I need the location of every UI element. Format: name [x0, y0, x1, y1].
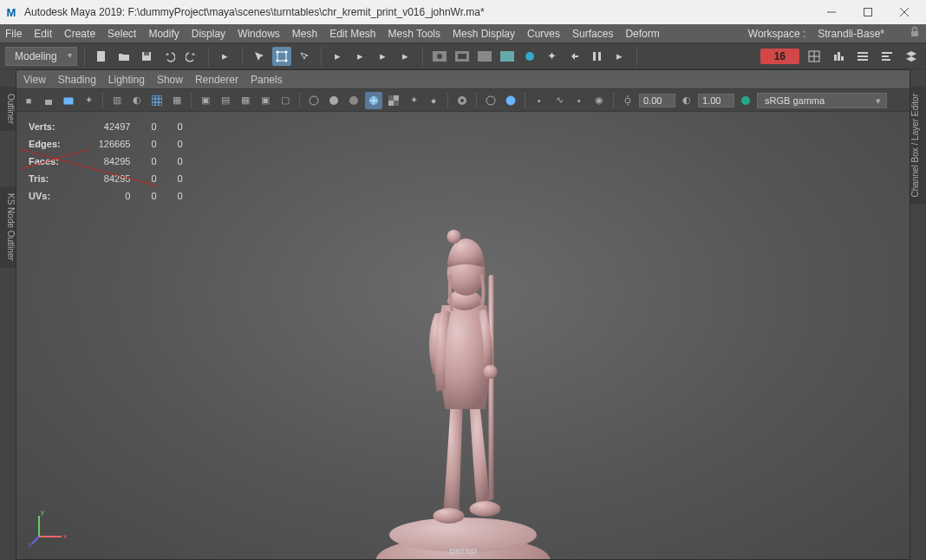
toggle-tool-settings-icon[interactable] — [829, 47, 848, 66]
snap-point-icon[interactable]: ▸ — [374, 47, 393, 66]
svg-rect-26 — [858, 55, 868, 57]
gate-mask-icon[interactable]: ▤ — [217, 92, 234, 109]
camera-attributes-icon[interactable] — [60, 92, 77, 109]
light-editor-icon[interactable]: ✦ — [543, 47, 562, 66]
hypershade-icon[interactable] — [520, 47, 539, 66]
select-tool-icon[interactable] — [295, 47, 314, 66]
status-toolbar: Modeling ▸ ▸ ▸ ▸ ▸ ✦ ▸ 16 — [0, 43, 926, 69]
gamma-icon[interactable]: ◐ — [678, 92, 695, 109]
motion-blur-icon[interactable]: ∿ — [551, 92, 568, 109]
menu-modify[interactable]: Modify — [148, 28, 179, 40]
lock-icon[interactable] — [909, 26, 921, 41]
snap-curve-icon[interactable]: ▸ — [351, 47, 370, 66]
select-camera-icon[interactable]: ■ — [20, 92, 37, 109]
panel-menu-show[interactable]: Show — [157, 74, 183, 86]
menu-surfaces[interactable]: Surfaces — [572, 28, 613, 40]
undo-icon[interactable] — [160, 47, 179, 66]
menu-deform[interactable]: Deform — [625, 28, 659, 40]
menu-select[interactable]: Select — [108, 28, 136, 40]
use-default-material-icon[interactable] — [345, 92, 362, 109]
toggle-channel-box-icon[interactable] — [877, 47, 897, 66]
field-chart-icon[interactable]: ▦ — [237, 92, 254, 109]
menu-edit[interactable]: Edit — [34, 28, 52, 40]
menu-display[interactable]: Display — [192, 28, 225, 40]
redo-icon[interactable] — [182, 47, 201, 66]
select-by-hierarchy-icon[interactable]: ▸ — [216, 47, 235, 66]
window-minimize-button[interactable] — [813, 0, 850, 24]
viewport-canvas[interactable]: Verts:4249700 Edges:12666500 Faces:84295… — [16, 112, 910, 559]
safe-title-icon[interactable]: ▢ — [277, 92, 294, 109]
render-frame-icon[interactable] — [453, 47, 472, 66]
toggle-modeling-toolkit-icon[interactable] — [805, 47, 824, 66]
textured-icon[interactable] — [385, 92, 402, 109]
panel-menu-shading[interactable]: Shading — [58, 74, 96, 86]
panel-menu-panels[interactable]: Panels — [251, 74, 283, 86]
screen-space-ao-icon[interactable]: ▪ — [531, 92, 548, 109]
bookmarks-icon[interactable]: ✦ — [80, 92, 97, 109]
ks-node-outliner-tab[interactable]: KS Node Outliner — [0, 186, 16, 268]
exposure-icon[interactable] — [619, 92, 636, 109]
channel-box-tab[interactable]: Channel Box / Layer Editor — [910, 87, 926, 205]
view-transform-icon[interactable] — [737, 92, 754, 109]
view-transform-dropdown[interactable]: sRGB gamma — [757, 93, 887, 108]
axis-gizmo[interactable]: y x z — [29, 504, 72, 547]
render-settings-icon[interactable] — [498, 47, 517, 66]
playblast-icon[interactable] — [565, 47, 584, 66]
two-side-lighting-icon[interactable]: ◐ — [128, 92, 146, 109]
workspace-dropdown[interactable]: Strandli-Base* — [818, 28, 884, 40]
panel-menu-renderer[interactable]: Renderer — [195, 74, 238, 86]
toggle-pause-icon[interactable] — [588, 47, 607, 66]
wireframe-on-shaded-icon[interactable] — [365, 92, 382, 109]
toggle-play-icon[interactable]: ▸ — [610, 47, 629, 66]
wireframe-icon[interactable] — [305, 92, 323, 109]
use-all-lights-icon[interactable]: ✦ — [405, 92, 422, 109]
menu-file[interactable]: File — [5, 28, 22, 40]
new-scene-icon[interactable] — [92, 47, 111, 66]
toggle-layer-editor-icon[interactable] — [902, 47, 921, 66]
menu-set-dropdown[interactable]: Modeling — [5, 47, 77, 66]
safe-action-icon[interactable]: ▣ — [257, 92, 274, 109]
smooth-shade-icon[interactable] — [325, 92, 342, 109]
xray-joints-icon[interactable] — [502, 92, 519, 109]
gamma-field[interactable]: 1.00 — [698, 94, 734, 107]
film-gate-icon[interactable]: ▦ — [168, 92, 186, 109]
menu-curves[interactable]: Curves — [527, 28, 560, 40]
panel-menu-lighting[interactable]: Lighting — [108, 74, 145, 86]
snap-plane-icon[interactable]: ▸ — [396, 47, 415, 66]
menu-mesh-tools[interactable]: Mesh Tools — [388, 28, 440, 40]
window-maximize-button[interactable] — [850, 0, 886, 24]
svg-rect-16 — [458, 54, 466, 59]
image-plane-icon[interactable]: ▥ — [108, 92, 126, 109]
menu-create[interactable]: Create — [64, 28, 95, 40]
menu-mesh[interactable]: Mesh — [292, 28, 317, 40]
xray-icon[interactable] — [482, 92, 499, 109]
resolution-gate-icon[interactable]: ▣ — [197, 92, 214, 109]
window-close-button[interactable] — [886, 0, 923, 24]
polycount-hud: Verts:4249700 Edges:12666500 Faces:84295… — [25, 117, 202, 205]
lock-camera-icon[interactable] — [40, 92, 57, 109]
menu-windows[interactable]: Windows — [238, 28, 280, 40]
shadows-icon[interactable]: ● — [425, 92, 442, 109]
menu-mesh-display[interactable]: Mesh Display — [453, 28, 515, 40]
select-by-component-icon[interactable] — [272, 47, 291, 66]
depth-of-field-icon[interactable]: ◉ — [590, 92, 608, 109]
character-model[interactable] — [359, 214, 567, 559]
menu-edit-mesh[interactable]: Edit Mesh — [329, 28, 375, 40]
select-by-object-icon[interactable] — [250, 47, 269, 66]
polycount-table: Verts:4249700 Edges:12666500 Faces:84295… — [25, 117, 202, 205]
exposure-field[interactable]: 0.00 — [639, 94, 675, 107]
toggle-attribute-editor-icon[interactable] — [853, 47, 872, 66]
svg-rect-30 — [882, 59, 890, 61]
outliner-tab[interactable]: Outliner — [0, 87, 16, 131]
isolate-select-icon[interactable] — [453, 92, 471, 109]
snap-grid-icon[interactable]: ▸ — [329, 47, 348, 66]
render-view-icon[interactable] — [430, 47, 449, 66]
save-scene-icon[interactable] — [137, 47, 156, 66]
svg-rect-17 — [478, 51, 492, 62]
panel-menu-view[interactable]: View — [23, 74, 46, 86]
multisample-aa-icon[interactable]: ▪ — [571, 92, 588, 109]
grid-toggle-icon[interactable] — [148, 92, 166, 109]
camera-label: persp — [449, 545, 476, 556]
open-scene-icon[interactable] — [114, 47, 134, 66]
ipr-render-icon[interactable] — [475, 47, 494, 66]
